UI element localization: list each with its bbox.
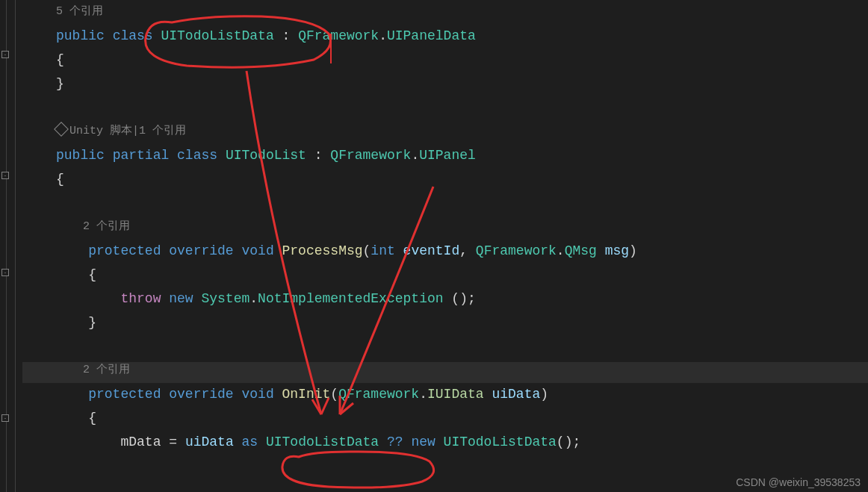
code-line[interactable]: public partial class UITodoList : QFrame… <box>56 143 868 167</box>
codelens-refs[interactable]: 5 个引用 <box>56 0 868 24</box>
unity-icon <box>54 122 69 137</box>
code-line[interactable]: { <box>56 48 868 72</box>
fold-marker-icon[interactable]: - <box>1 172 9 179</box>
code-line[interactable]: { <box>56 167 868 191</box>
code-line[interactable]: protected override void OnInit(QFramewor… <box>56 382 868 406</box>
code-line[interactable]: mData = uiData as UITodoListData ?? new … <box>56 430 868 454</box>
code-line[interactable]: { <box>56 406 868 430</box>
codelens-unity[interactable]: Unity 脚本|1 个引用 <box>56 119 868 143</box>
code-line[interactable] <box>56 96 868 119</box>
fold-marker-icon[interactable]: - <box>1 51 9 58</box>
code-line[interactable]: protected override void ProcessMsg(int e… <box>56 239 868 263</box>
gutter: - - - - <box>0 0 22 492</box>
fold-marker-icon[interactable]: - <box>1 414 9 422</box>
fold-marker-icon[interactable]: - <box>1 269 9 276</box>
code-line[interactable]: } <box>56 311 868 334</box>
code-line[interactable]: throw new System.NotImplementedException… <box>56 287 868 311</box>
code-editor[interactable]: 5 个引用 public class UITodoListData : QFra… <box>26 0 868 454</box>
code-line[interactable]: { <box>56 263 868 287</box>
code-line[interactable]: public class UITodoListData : QFramework… <box>56 24 868 48</box>
code-line[interactable]: } <box>56 72 868 96</box>
code-line[interactable] <box>56 334 868 358</box>
codelens-refs[interactable]: 2 个引用 <box>56 358 868 382</box>
code-line[interactable] <box>56 191 868 215</box>
codelens-refs[interactable]: 2 个引用 <box>56 215 868 239</box>
watermark: CSDN @weixin_39538253 <box>736 476 861 488</box>
